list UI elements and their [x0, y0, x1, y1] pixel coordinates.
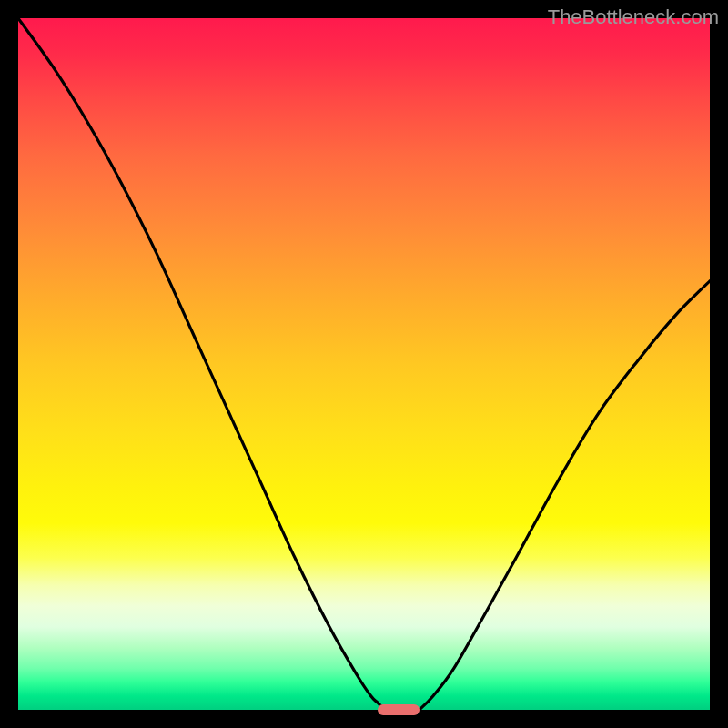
plot-area: [18, 18, 710, 710]
chart-container: TheBottleneck.com: [0, 0, 728, 728]
gradient-background: [18, 18, 710, 710]
trough-marker: [378, 704, 420, 715]
watermark-text: TheBottleneck.com: [548, 5, 719, 29]
